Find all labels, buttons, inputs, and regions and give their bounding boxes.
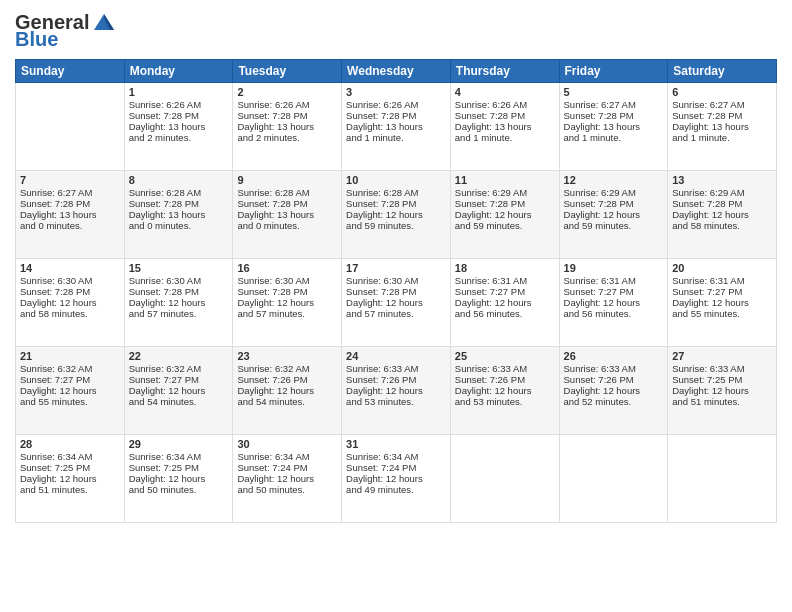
day-info-line: and 0 minutes. bbox=[129, 220, 229, 231]
day-info-line: Sunset: 7:28 PM bbox=[346, 198, 446, 209]
day-info-line: Sunset: 7:25 PM bbox=[129, 462, 229, 473]
day-info-line: and 59 minutes. bbox=[455, 220, 555, 231]
day-number: 20 bbox=[672, 262, 772, 274]
day-info-line: Sunset: 7:28 PM bbox=[564, 110, 664, 121]
calendar-cell: 6Sunrise: 6:27 AMSunset: 7:28 PMDaylight… bbox=[668, 83, 777, 171]
logo-icon bbox=[92, 10, 116, 34]
calendar-cell: 27Sunrise: 6:33 AMSunset: 7:25 PMDayligh… bbox=[668, 347, 777, 435]
day-number: 17 bbox=[346, 262, 446, 274]
day-info-line: and 2 minutes. bbox=[237, 132, 337, 143]
day-info-line: Daylight: 13 hours bbox=[346, 121, 446, 132]
page: General Blue SundayMondayTuesdayWednesda… bbox=[0, 0, 792, 612]
day-info-line: Sunset: 7:26 PM bbox=[346, 374, 446, 385]
day-number: 26 bbox=[564, 350, 664, 362]
logo: General Blue bbox=[15, 10, 116, 51]
day-info-line: and 1 minute. bbox=[346, 132, 446, 143]
calendar-cell: 12Sunrise: 6:29 AMSunset: 7:28 PMDayligh… bbox=[559, 171, 668, 259]
day-info-line: Sunrise: 6:33 AM bbox=[564, 363, 664, 374]
day-info-line: Daylight: 13 hours bbox=[237, 209, 337, 220]
day-info-line: Daylight: 12 hours bbox=[20, 297, 120, 308]
day-info-line: Sunrise: 6:27 AM bbox=[564, 99, 664, 110]
day-number: 28 bbox=[20, 438, 120, 450]
logo-blue-text: Blue bbox=[15, 28, 58, 51]
day-info-line: Sunrise: 6:26 AM bbox=[237, 99, 337, 110]
calendar-cell: 4Sunrise: 6:26 AMSunset: 7:28 PMDaylight… bbox=[450, 83, 559, 171]
day-info-line: and 51 minutes. bbox=[20, 484, 120, 495]
day-info-line: Sunset: 7:25 PM bbox=[20, 462, 120, 473]
day-number: 22 bbox=[129, 350, 229, 362]
day-number: 19 bbox=[564, 262, 664, 274]
day-number: 14 bbox=[20, 262, 120, 274]
day-number: 16 bbox=[237, 262, 337, 274]
weekday-header-monday: Monday bbox=[124, 60, 233, 83]
day-info-line: and 55 minutes. bbox=[672, 308, 772, 319]
calendar-cell: 3Sunrise: 6:26 AMSunset: 7:28 PMDaylight… bbox=[342, 83, 451, 171]
weekday-header-wednesday: Wednesday bbox=[342, 60, 451, 83]
day-info-line: Sunset: 7:28 PM bbox=[346, 110, 446, 121]
calendar-cell bbox=[16, 83, 125, 171]
day-number: 3 bbox=[346, 86, 446, 98]
day-info-line: Sunrise: 6:34 AM bbox=[20, 451, 120, 462]
day-info-line: Sunset: 7:28 PM bbox=[672, 198, 772, 209]
day-info-line: and 54 minutes. bbox=[237, 396, 337, 407]
day-info-line: Sunrise: 6:32 AM bbox=[20, 363, 120, 374]
day-info-line: Sunset: 7:28 PM bbox=[672, 110, 772, 121]
day-info-line: Sunset: 7:28 PM bbox=[237, 286, 337, 297]
day-number: 9 bbox=[237, 174, 337, 186]
day-info-line: Sunrise: 6:30 AM bbox=[129, 275, 229, 286]
calendar-cell: 14Sunrise: 6:30 AMSunset: 7:28 PMDayligh… bbox=[16, 259, 125, 347]
week-row-1: 1Sunrise: 6:26 AMSunset: 7:28 PMDaylight… bbox=[16, 83, 777, 171]
calendar-cell: 31Sunrise: 6:34 AMSunset: 7:24 PMDayligh… bbox=[342, 435, 451, 523]
day-info-line: Sunrise: 6:26 AM bbox=[455, 99, 555, 110]
week-row-4: 21Sunrise: 6:32 AMSunset: 7:27 PMDayligh… bbox=[16, 347, 777, 435]
day-number: 13 bbox=[672, 174, 772, 186]
calendar-cell: 20Sunrise: 6:31 AMSunset: 7:27 PMDayligh… bbox=[668, 259, 777, 347]
day-number: 7 bbox=[20, 174, 120, 186]
day-number: 8 bbox=[129, 174, 229, 186]
day-info-line: and 53 minutes. bbox=[346, 396, 446, 407]
day-number: 31 bbox=[346, 438, 446, 450]
day-info-line: Daylight: 12 hours bbox=[564, 385, 664, 396]
day-info-line: Daylight: 13 hours bbox=[237, 121, 337, 132]
day-info-line: and 59 minutes. bbox=[346, 220, 446, 231]
day-info-line: Daylight: 13 hours bbox=[129, 209, 229, 220]
day-info-line: Sunset: 7:24 PM bbox=[346, 462, 446, 473]
day-info-line: Daylight: 13 hours bbox=[455, 121, 555, 132]
day-info-line: Daylight: 12 hours bbox=[564, 297, 664, 308]
calendar-cell: 2Sunrise: 6:26 AMSunset: 7:28 PMDaylight… bbox=[233, 83, 342, 171]
calendar-cell: 5Sunrise: 6:27 AMSunset: 7:28 PMDaylight… bbox=[559, 83, 668, 171]
calendar-cell: 25Sunrise: 6:33 AMSunset: 7:26 PMDayligh… bbox=[450, 347, 559, 435]
day-number: 11 bbox=[455, 174, 555, 186]
calendar-cell: 19Sunrise: 6:31 AMSunset: 7:27 PMDayligh… bbox=[559, 259, 668, 347]
day-info-line: Sunrise: 6:26 AM bbox=[346, 99, 446, 110]
day-info-line: Sunset: 7:28 PM bbox=[20, 198, 120, 209]
day-number: 12 bbox=[564, 174, 664, 186]
day-number: 29 bbox=[129, 438, 229, 450]
day-info-line: and 1 minute. bbox=[672, 132, 772, 143]
calendar-cell: 15Sunrise: 6:30 AMSunset: 7:28 PMDayligh… bbox=[124, 259, 233, 347]
day-info-line: and 50 minutes. bbox=[237, 484, 337, 495]
calendar-cell: 29Sunrise: 6:34 AMSunset: 7:25 PMDayligh… bbox=[124, 435, 233, 523]
day-info-line: Sunset: 7:24 PM bbox=[237, 462, 337, 473]
day-info-line: Sunrise: 6:34 AM bbox=[237, 451, 337, 462]
calendar-cell: 24Sunrise: 6:33 AMSunset: 7:26 PMDayligh… bbox=[342, 347, 451, 435]
day-info-line: Daylight: 12 hours bbox=[672, 209, 772, 220]
day-info-line: Sunrise: 6:31 AM bbox=[564, 275, 664, 286]
day-info-line: Sunrise: 6:32 AM bbox=[237, 363, 337, 374]
day-info-line: Daylight: 12 hours bbox=[672, 385, 772, 396]
day-number: 2 bbox=[237, 86, 337, 98]
day-info-line: Sunrise: 6:33 AM bbox=[672, 363, 772, 374]
day-info-line: Sunrise: 6:32 AM bbox=[129, 363, 229, 374]
day-info-line: Sunset: 7:28 PM bbox=[237, 110, 337, 121]
day-number: 25 bbox=[455, 350, 555, 362]
day-number: 24 bbox=[346, 350, 446, 362]
calendar-cell: 13Sunrise: 6:29 AMSunset: 7:28 PMDayligh… bbox=[668, 171, 777, 259]
calendar-cell: 26Sunrise: 6:33 AMSunset: 7:26 PMDayligh… bbox=[559, 347, 668, 435]
day-info-line: Sunset: 7:28 PM bbox=[346, 286, 446, 297]
day-info-line: and 59 minutes. bbox=[564, 220, 664, 231]
day-info-line: Sunset: 7:28 PM bbox=[20, 286, 120, 297]
header: General Blue bbox=[15, 10, 777, 51]
day-info-line: Sunrise: 6:27 AM bbox=[20, 187, 120, 198]
calendar-cell: 8Sunrise: 6:28 AMSunset: 7:28 PMDaylight… bbox=[124, 171, 233, 259]
day-info-line: and 2 minutes. bbox=[129, 132, 229, 143]
